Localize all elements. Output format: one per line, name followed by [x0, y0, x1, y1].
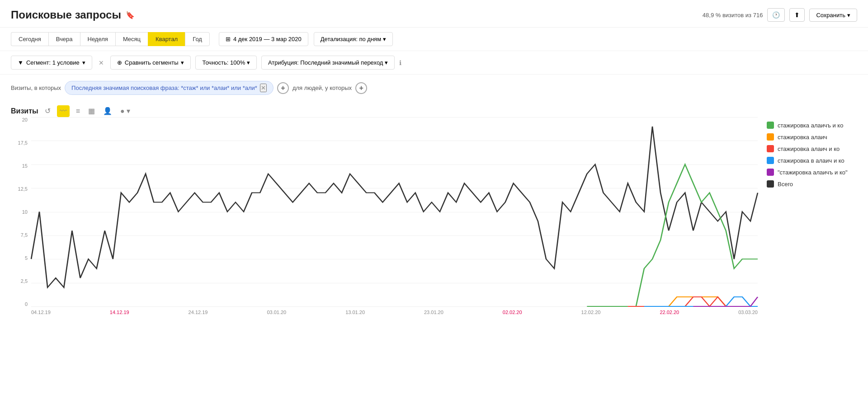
segment-tag: Последняя значимая поисковая фраза: *ста…	[65, 81, 274, 95]
segment-suffix: для людей, у которых	[292, 85, 352, 91]
filter-icon: ▼	[18, 59, 24, 66]
clock-icon-button[interactable]: 🕐	[767, 8, 785, 22]
y-label-10: 10	[22, 209, 28, 215]
y-label-5: 5	[25, 255, 28, 261]
header-right: 48,9 % визитов из 716 🕐 ⬆ Сохранить ▾	[703, 8, 857, 22]
chart-area	[31, 117, 758, 307]
page-title: Поисковые запросы	[11, 9, 121, 21]
bookmark-icon[interactable]: 🔖	[126, 11, 135, 19]
add-condition-button[interactable]: +	[277, 82, 289, 94]
chevron-down-icon: ▾	[847, 12, 850, 19]
legend-label-2: стажировка алаич и ко	[778, 146, 840, 152]
legend-label-3: стажировка в алаич и ко	[778, 157, 844, 164]
legend-item-2: стажировка алаич и ко	[767, 145, 848, 152]
x-label-0303: 03.03.20	[738, 310, 758, 315]
filter-bar: ▼ Сегмент: 1 условие ▾ ✕ ⊕ Сравнить сегм…	[0, 51, 868, 75]
bar-chart-icon-button[interactable]: ≡	[74, 105, 82, 117]
chevron-down-icon: ▾	[385, 59, 388, 66]
calendar-icon: ⊞	[226, 36, 231, 42]
segment-close-button[interactable]: ✕	[97, 59, 106, 66]
period-today[interactable]: Сегодня	[11, 32, 48, 46]
legend-item-3: стажировка в алаич и ко	[767, 157, 848, 164]
x-label-0202: 02.02.20	[503, 310, 522, 315]
chart-wrap: 20 17,5 15 12,5 10 7,5 5 2,5 0	[11, 117, 758, 318]
column-chart-icon-button[interactable]: ▦	[86, 105, 97, 117]
legend-label-0: стажировка алаичъ и ко	[778, 122, 843, 129]
info-icon[interactable]: ℹ	[399, 59, 401, 66]
legend-item-4: "стажировка алаичъ и ко"	[767, 169, 848, 176]
legend-color-green	[767, 122, 774, 129]
y-label-175: 17,5	[18, 140, 28, 146]
accuracy-button[interactable]: Точность: 100% ▾	[195, 56, 256, 70]
date-range-button[interactable]: ⊞ 4 дек 2019 — 3 мар 2020	[219, 32, 308, 46]
chart-section: 20 17,5 15 12,5 10 7,5 5 2,5 0	[0, 117, 868, 318]
line-chart-icon-button[interactable]: 〰	[57, 105, 70, 117]
segment-prefix: Визиты, в которых	[11, 85, 61, 91]
legend-item-0: стажировка алаичъ и ко	[767, 122, 848, 129]
chevron-down-icon: ▾	[82, 59, 85, 66]
chevron-down-icon: ▾	[247, 59, 250, 66]
red-line	[628, 297, 758, 306]
legend-label-1: стажировка алаич	[778, 134, 827, 141]
add-people-button[interactable]: +	[355, 82, 367, 94]
x-label-1202: 12.02.20	[581, 310, 601, 315]
legend-label-5: Всего	[778, 181, 793, 188]
y-label-125: 12,5	[18, 186, 28, 192]
line-chart-svg	[31, 117, 758, 306]
legend-color-total	[767, 180, 774, 188]
chevron-down-icon: ▾	[383, 36, 386, 42]
legend-color-purple	[767, 169, 774, 176]
legend-item-5: Всего	[767, 180, 848, 188]
period-year[interactable]: Год	[185, 32, 210, 46]
x-label-0412: 04.12.19	[31, 310, 51, 315]
compare-icon: ⊕	[117, 59, 122, 66]
period-week[interactable]: Неделя	[80, 32, 115, 46]
y-label-0: 0	[25, 301, 28, 307]
x-label-2412: 24.12.19	[189, 310, 208, 315]
period-yesterday[interactable]: Вчера	[48, 32, 80, 46]
x-label-2301: 23.01.20	[424, 310, 443, 315]
person-icon-button[interactable]: 👤	[101, 105, 114, 117]
visits-stat: 48,9 % визитов из 716	[703, 12, 763, 19]
legend-label-4: "стажировка алаичъ и ко"	[778, 169, 848, 176]
x-label-2202: 22.02.20	[660, 310, 679, 315]
legend-item-1: стажировка алаич	[767, 133, 848, 141]
visits-header: Визиты ↺ 〰 ≡ ▦ 👤 ● ▾	[0, 99, 868, 117]
y-label-75: 7,5	[21, 232, 28, 238]
detail-button[interactable]: Детализация: по дням ▾	[314, 32, 393, 46]
circle-dropdown-button[interactable]: ● ▾	[118, 105, 132, 117]
x-label-1301: 13.01.20	[345, 310, 365, 315]
orange-line	[628, 297, 758, 306]
attribution-button[interactable]: Атрибуция: Последний значимый переход ▾	[261, 56, 395, 70]
save-button[interactable]: Сохранить ▾	[809, 9, 857, 22]
period-quarter[interactable]: Квартал	[148, 32, 185, 46]
chart-title: Визиты	[11, 107, 38, 115]
x-axis: 04.12.19 14.12.19 24.12.19 03.01.20 13.0…	[31, 307, 758, 318]
period-toolbar: Сегодня Вчера Неделя Месяц Квартал Год ⊞…	[0, 28, 868, 51]
segment-section: Визиты, в которых Последняя значимая пои…	[0, 75, 868, 99]
blue-line	[644, 297, 758, 306]
header-left: Поисковые запросы 🔖	[11, 9, 135, 21]
compare-segments-button[interactable]: ⊕ Сравнить сегменты ▾	[110, 56, 191, 70]
segment-button[interactable]: ▼ Сегмент: 1 условие ▾	[11, 56, 92, 70]
chevron-down-icon: ▾	[181, 59, 184, 66]
refresh-icon-button[interactable]: ↺	[43, 105, 52, 117]
legend-color-orange	[767, 133, 774, 141]
x-label-0301: 03.01.20	[267, 310, 286, 315]
green-line	[587, 164, 758, 306]
y-label-20: 20	[22, 117, 28, 122]
period-month[interactable]: Месяц	[115, 32, 148, 46]
segment-tag-text: Последняя значимая поисковая фраза: *ста…	[71, 85, 257, 91]
segment-tag-close[interactable]: ✕	[260, 84, 267, 92]
y-label-25: 2,5	[21, 278, 28, 284]
y-axis: 20 17,5 15 12,5 10 7,5 5 2,5 0	[11, 117, 31, 307]
legend-color-red	[767, 145, 774, 152]
export-icon-button[interactable]: ⬆	[789, 8, 805, 22]
legend-color-blue	[767, 157, 774, 164]
y-label-15: 15	[22, 163, 28, 169]
chart-legend: стажировка алаичъ и ко стажировка алаич …	[758, 117, 857, 318]
x-label-1412: 14.12.19	[110, 310, 129, 315]
